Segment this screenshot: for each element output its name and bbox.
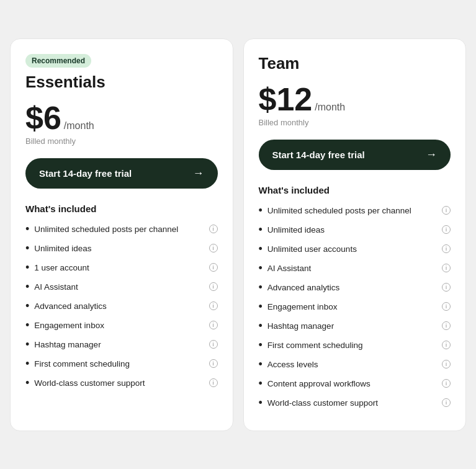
essentials-price: $6	[25, 102, 61, 134]
info-icon[interactable]: i	[442, 398, 451, 407]
list-item: AI Assistanti	[25, 280, 218, 293]
list-item: World-class customer supporti	[25, 377, 218, 390]
essentials-feature-list: Unlimited scheduled posts per channeliUn…	[25, 223, 218, 390]
info-icon[interactable]: i	[442, 341, 451, 349]
list-item: Access levelsi	[259, 358, 451, 371]
pricing-container: Recommended Essentials $6 /month Billed …	[10, 38, 466, 431]
team-billing: Billed monthly	[259, 118, 451, 127]
info-icon[interactable]: i	[209, 263, 218, 272]
feature-text: Access levels	[267, 360, 437, 369]
feature-text: Content approval workflows	[267, 379, 437, 388]
feature-text: AI Assistant	[34, 282, 204, 292]
essentials-price-row: $6 /month	[25, 102, 218, 134]
list-item: 1 user accounti	[25, 261, 218, 274]
info-icon[interactable]: i	[209, 225, 218, 233]
list-item: Unlimited ideasi	[25, 242, 218, 255]
info-icon[interactable]: i	[442, 283, 451, 292]
info-icon[interactable]: i	[442, 302, 451, 311]
feature-text: First comment scheduling	[267, 341, 437, 350]
feature-text: Hashtag manager	[267, 321, 437, 331]
feature-text: Unlimited scheduled posts per channel	[34, 225, 204, 234]
info-icon[interactable]: i	[442, 321, 451, 330]
feature-text: World-class customer support	[267, 398, 437, 408]
info-icon[interactable]: i	[442, 264, 451, 272]
info-icon[interactable]: i	[209, 282, 218, 291]
team-card: Team $12 /month Billed monthly Start 14-…	[243, 38, 467, 431]
team-feature-list: Unlimited scheduled posts per channeliUn…	[259, 204, 451, 409]
list-item: Unlimited scheduled posts per channeli	[25, 223, 218, 236]
info-icon[interactable]: i	[442, 206, 451, 215]
feature-text: Unlimited scheduled posts per channel	[267, 206, 437, 215]
info-icon[interactable]: i	[442, 225, 451, 234]
list-item: Engagement inboxi	[259, 300, 451, 313]
team-whats-included: What's included	[259, 185, 451, 195]
list-item: Advanced analyticsi	[25, 300, 218, 313]
list-item: First comment schedulingi	[25, 357, 218, 370]
info-icon[interactable]: i	[442, 360, 451, 368]
feature-text: Advanced analytics	[34, 302, 204, 311]
feature-text: Engagement inbox	[34, 321, 204, 330]
essentials-plan-name: Essentials	[25, 73, 218, 92]
list-item: First comment schedulingi	[259, 339, 451, 352]
team-price-row: $12 /month	[259, 83, 451, 115]
essentials-whats-included: What's included	[25, 203, 218, 214]
feature-text: Engagement inbox	[267, 302, 437, 311]
info-icon[interactable]: i	[209, 359, 218, 368]
essentials-billing: Billed monthly	[25, 136, 218, 146]
feature-text: Unlimited user accounts	[267, 244, 437, 254]
team-trial-button[interactable]: Start 14-day free trial →	[259, 140, 451, 170]
info-icon[interactable]: i	[209, 321, 218, 329]
feature-text: Unlimited ideas	[267, 225, 437, 234]
team-price-period: /month	[315, 102, 345, 113]
info-icon[interactable]: i	[209, 244, 218, 252]
list-item: Advanced analyticsi	[259, 281, 451, 294]
info-icon[interactable]: i	[209, 378, 218, 387]
list-item: Unlimited ideasi	[259, 223, 451, 236]
team-plan-name: Team	[259, 54, 451, 73]
list-item: AI Assistanti	[259, 262, 451, 275]
essentials-arrow-icon: →	[193, 167, 204, 180]
team-arrow-icon: →	[426, 148, 437, 161]
essentials-trial-button[interactable]: Start 14-day free trial →	[25, 158, 218, 189]
list-item: Content approval workflowsi	[259, 377, 451, 390]
feature-text: Unlimited ideas	[34, 244, 204, 253]
feature-text: Hashtag manager	[34, 340, 204, 349]
feature-text: World-class customer support	[34, 378, 204, 388]
list-item: Hashtag manageri	[259, 319, 451, 333]
info-icon[interactable]: i	[209, 302, 218, 310]
info-icon[interactable]: i	[209, 340, 218, 349]
essentials-price-period: /month	[64, 120, 94, 132]
feature-text: First comment scheduling	[34, 359, 204, 368]
essentials-card: Recommended Essentials $6 /month Billed …	[10, 38, 233, 431]
essentials-cta-label: Start 14-day free trial	[39, 168, 132, 179]
list-item: World-class customer supporti	[259, 396, 451, 409]
info-icon[interactable]: i	[442, 244, 451, 253]
feature-text: AI Assistant	[267, 264, 437, 273]
list-item: Engagement inboxi	[25, 319, 218, 332]
list-item: Unlimited scheduled posts per channeli	[259, 204, 451, 217]
feature-text: 1 user account	[34, 263, 204, 272]
list-item: Unlimited user accountsi	[259, 243, 451, 256]
list-item: Hashtag manageri	[25, 338, 218, 351]
info-icon[interactable]: i	[442, 379, 451, 388]
recommended-badge: Recommended	[25, 54, 91, 68]
feature-text: Advanced analytics	[267, 283, 437, 292]
team-price: $12	[259, 83, 313, 115]
team-cta-label: Start 14-day free trial	[272, 150, 365, 160]
